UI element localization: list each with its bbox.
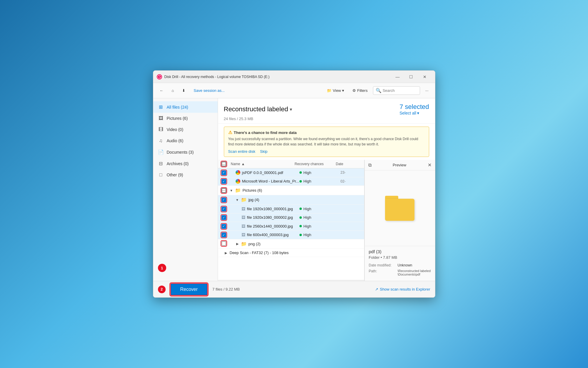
expand-arrow-4[interactable]: ▼ (236, 198, 239, 202)
window-controls: — ☐ ✕ (391, 72, 432, 82)
view-button[interactable]: 📁 View ▾ (324, 87, 347, 94)
horizontal-scrollbar[interactable] (218, 280, 364, 281)
more-icon: ··· (425, 88, 429, 93)
window-title: Disk Drill - All recovery methods - Logi… (164, 75, 391, 79)
home-icon: ⌂ (172, 88, 174, 93)
expand-arrow-ds[interactable]: ▶ (225, 251, 227, 255)
file-label-1: jsPDF 0.0.0_000001.pdf (242, 170, 283, 175)
checkbox-1[interactable] (221, 170, 226, 175)
checkbox-2[interactable] (221, 179, 226, 184)
more-button[interactable]: ··· (422, 87, 432, 95)
checkbox-6[interactable] (221, 215, 226, 220)
title-bar: Disk Drill - All recovery methods - Logi… (153, 71, 435, 83)
toolbar: ← ⌂ ⬇ Save session as... 📁 View ▾ ⚙ Filt… (153, 83, 435, 98)
warning-actions: Scan entire disk Skip (228, 149, 425, 154)
table-row[interactable]: ▼ 📁 Pictures (6) (218, 186, 364, 195)
file-name-9: ▶ 📁 png (2) (230, 241, 299, 247)
warning-icon: ⚠ (228, 130, 232, 135)
title-dropdown-arrow[interactable]: ▾ (290, 107, 292, 112)
sidebar-item-archives[interactable]: ⊟ Archives (0) (153, 158, 218, 169)
table-row[interactable]: 🖼 file 1920x1080_000002.jpg High (218, 213, 364, 222)
checkbox-5[interactable] (221, 207, 226, 211)
file-name-7: 🖼 file 2560x1440_000000.jpg (230, 224, 299, 228)
high-dot-7 (299, 225, 302, 227)
high-dot-6 (299, 216, 302, 219)
recovery-6: High (299, 215, 341, 220)
table-row[interactable]: 🖼 file 1920x1080_000001.jpg High (218, 205, 364, 213)
table-row[interactable]: ▶ 📁 png (2) (218, 239, 364, 249)
sidebar-item-pictures[interactable]: 🖼 Pictures (6) (153, 113, 218, 124)
checkbox-9[interactable] (221, 241, 226, 246)
home-button[interactable]: ⌂ (169, 87, 177, 95)
back-button[interactable]: ← (157, 87, 166, 95)
file-area: Name ▲ Recovery chances Date (218, 160, 435, 281)
table-row[interactable]: 🖼 file 2560x1440_000000.jpg High (218, 222, 364, 231)
file-name-4: ▼ 📁 jpg (4) (230, 197, 299, 203)
name-column-header[interactable]: Name ▲ (230, 162, 295, 166)
recover-button[interactable]: Recover (170, 283, 208, 296)
table-row[interactable]: ▶ Deep Scan - FAT32 (7) - 108 bytes (218, 249, 364, 257)
file-label-2: Microsoft Word - Liberal Arts_Pr... (242, 179, 299, 183)
expand-arrow-9[interactable]: ▶ (236, 242, 239, 246)
show-in-explorer-button[interactable]: ↗ Show scan results in Explorer (375, 287, 430, 291)
checkbox-7[interactable] (221, 224, 226, 229)
row-check-5 (218, 206, 230, 211)
view-dropdown-icon: ▾ (342, 88, 344, 93)
recovery-label-2: High (304, 179, 312, 183)
preview-image-area (365, 170, 435, 246)
checkbox-4[interactable] (221, 198, 226, 202)
sidebar-item-video[interactable]: 🎞 Video (0) (153, 124, 218, 135)
header-checkbox[interactable] (221, 162, 226, 166)
row-check-4 (218, 197, 230, 202)
warning-text: You just successfully scanned a partitio… (228, 136, 425, 147)
minimize-button[interactable]: — (391, 72, 404, 82)
sidebar-item-all-files[interactable]: ⊞ All files (24) (153, 101, 218, 113)
date-column-header: Date (336, 162, 359, 166)
filters-button[interactable]: ⚙ Filters (349, 87, 370, 94)
sidebar-item-label-audio: Audio (6) (167, 138, 184, 143)
checkbox-8[interactable] (221, 233, 226, 237)
all-files-icon: ⊞ (158, 104, 164, 110)
recovery-label-7: High (304, 224, 312, 228)
sidebar-item-documents[interactable]: 📄 Documents (3) (153, 146, 218, 158)
table-row[interactable]: 🖼 file 600x400_000003.jpg High (218, 231, 364, 240)
sidebar-item-other[interactable]: □ Other (9) (153, 169, 218, 180)
save-session-button[interactable]: Save session as... (191, 87, 228, 95)
file-name-ds: Deep Scan - FAT32 (7) - 108 bytes (230, 251, 364, 255)
folder-preview-image (385, 196, 414, 221)
chrome-icon-2 (236, 179, 240, 184)
bottom-bar: 2 Recover 7 files / 9.22 MB ↗ Show scan … (153, 281, 435, 297)
step-badge-2: 2 (158, 286, 166, 293)
sidebar-item-audio[interactable]: ♫ Audio (6) (153, 135, 218, 146)
select-all-button[interactable]: Select all ▾ (399, 111, 419, 115)
close-button[interactable]: ✕ (418, 72, 432, 82)
scan-entire-disk-button[interactable]: Scan entire disk (228, 149, 256, 154)
row-check-9 (218, 241, 230, 247)
sidebar-item-label-pictures: Pictures (6) (167, 116, 188, 121)
file-list-header: Name ▲ Recovery chances Date (218, 160, 364, 168)
search-input[interactable] (383, 88, 417, 93)
date-modified-label: Date modified: (369, 263, 395, 267)
download-button[interactable]: ⬇ (179, 87, 188, 95)
archives-icon: ⊟ (158, 161, 164, 166)
skip-button[interactable]: Skip (260, 149, 267, 154)
table-row[interactable]: jsPDF 0.0.0_000001.pdf High 23- (218, 168, 364, 177)
back-icon: ← (160, 88, 164, 93)
main-area: ⊞ All files (24) 🖼 Pictures (6) 🎞 Video … (153, 98, 435, 281)
select-all-label: Select all (399, 111, 416, 115)
preview-close-button[interactable]: ✕ (428, 162, 432, 168)
recovery-5: High (299, 207, 341, 211)
select-all-checkbox-col (218, 162, 230, 166)
warning-title-text: There's a chance to find more data (234, 130, 297, 135)
expand-arrow-3[interactable]: ▼ (230, 189, 233, 192)
sidebar-item-label-archives: Archives (0) (167, 161, 189, 166)
filters-label: Filters (357, 88, 367, 93)
row-check-8 (218, 233, 230, 238)
content-title: Reconstructed labeled ▾ (224, 105, 292, 113)
maximize-button[interactable]: ☐ (404, 72, 418, 82)
table-row[interactable]: ▼ 📁 jpg (4) (218, 195, 364, 205)
checkbox-3[interactable] (221, 188, 226, 193)
copy-button[interactable]: ⧉ (368, 163, 372, 168)
toolbar-right: 📁 View ▾ ⚙ Filters 🔍 ··· (324, 86, 431, 95)
table-row[interactable]: Microsoft Word - Liberal Arts_Pr... High… (218, 177, 364, 186)
